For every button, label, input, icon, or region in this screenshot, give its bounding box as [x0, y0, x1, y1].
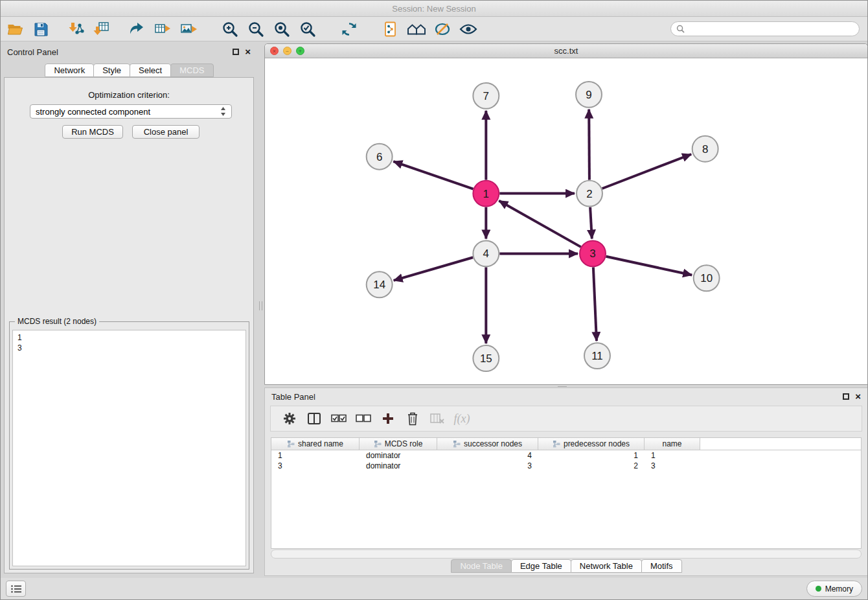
refresh-view-button[interactable] — [336, 19, 362, 40]
graph-edge-4-14[interactable] — [394, 257, 473, 281]
select-all-icon — [331, 414, 347, 423]
table-row[interactable]: 1 dominator 4 1 1 — [271, 450, 861, 461]
plus-icon — [382, 413, 394, 424]
table-row[interactable]: 3 dominator 3 2 3 — [271, 461, 861, 471]
vertical-splitter-handle[interactable] — [259, 301, 262, 310]
import-network-button[interactable] — [63, 19, 89, 40]
graph-edge-3-11[interactable] — [593, 267, 597, 341]
dropdown-spinner-icon — [220, 106, 226, 117]
refresh-icon — [341, 21, 358, 38]
status-bar: Memory — [1, 578, 867, 599]
graph-node-label: 11 — [591, 350, 603, 362]
network-canvas[interactable]: 7968124314101511 — [265, 58, 867, 384]
style-preview-button[interactable] — [429, 19, 455, 40]
open-session-button[interactable] — [2, 19, 28, 40]
export-network-button[interactable] — [124, 19, 150, 40]
run-mcds-button[interactable]: Run MCDS — [62, 125, 123, 139]
minimize-window-button[interactable]: − — [283, 47, 291, 55]
zoom-in-button[interactable] — [217, 19, 243, 40]
column-header-successor-nodes[interactable]: successor nodes — [437, 438, 538, 450]
control-panel-tabs: Network Style Select MCDS — [1, 63, 257, 77]
memory-button[interactable]: Memory — [806, 581, 862, 597]
main-toolbar — [1, 17, 867, 41]
cell-predecessor-nodes[interactable]: 1 — [538, 450, 645, 461]
delete-row-button[interactable] — [400, 408, 425, 429]
cell-successor-nodes[interactable]: 4 — [437, 450, 538, 461]
task-history-button[interactable] — [6, 581, 26, 597]
clone-network-button[interactable] — [378, 19, 404, 40]
network-window-titlebar[interactable]: × − + scc.txt — [265, 44, 867, 58]
zoom-selected-button[interactable] — [295, 19, 321, 40]
cell-name[interactable]: 3 — [645, 461, 700, 471]
graph-node-label: 8 — [702, 143, 708, 156]
tab-edge-table[interactable]: Edge Table — [511, 559, 571, 573]
delete-columns-button[interactable] — [425, 408, 450, 429]
tab-select[interactable]: Select — [130, 63, 171, 77]
column-label: MCDS role — [385, 439, 423, 448]
tab-network[interactable]: Network — [45, 63, 94, 77]
graph-edge-2-3[interactable] — [590, 207, 592, 239]
import-table-icon — [93, 21, 110, 38]
table-panel: Table Panel × — [264, 387, 868, 576]
function-builder-button[interactable]: f(x) — [450, 408, 474, 429]
zoom-in-icon — [222, 21, 238, 38]
column-header-shared-name[interactable]: shared name — [271, 438, 360, 450]
add-row-button[interactable] — [376, 408, 400, 429]
import-table-button[interactable] — [89, 19, 115, 40]
cell-shared-name[interactable]: 3 — [271, 461, 360, 471]
cell-predecessor-nodes[interactable]: 2 — [538, 461, 645, 471]
export-table-button[interactable] — [150, 19, 176, 40]
column-label: predecessor nodes — [564, 439, 630, 448]
cell-shared-name[interactable]: 1 — [271, 450, 360, 461]
column-header-predecessor-nodes[interactable]: predecessor nodes — [538, 438, 645, 450]
split-view-button[interactable] — [302, 408, 326, 429]
criterion-dropdown[interactable]: strongly connected component — [30, 104, 232, 119]
table-horizontal-scrollbar[interactable] — [271, 549, 862, 559]
zoom-out-button[interactable] — [243, 19, 269, 40]
tab-motifs[interactable]: Motifs — [641, 559, 682, 573]
save-floppy-icon — [33, 21, 49, 37]
export-image-button[interactable] — [176, 19, 201, 40]
search-field[interactable] — [670, 21, 860, 36]
cell-successor-nodes[interactable]: 3 — [437, 461, 538, 471]
tab-mcds[interactable]: MCDS — [170, 63, 213, 77]
close-panel-icon[interactable]: × — [245, 49, 251, 55]
graph-node-label: 9 — [586, 89, 591, 101]
graph-node-label: 14 — [373, 279, 385, 291]
cell-mcds-role[interactable]: dominator — [360, 461, 437, 471]
column-label: name — [662, 439, 681, 448]
column-header-mcds-role[interactable]: MCDS role — [360, 438, 437, 450]
tab-network-table[interactable]: Network Table — [571, 559, 642, 573]
close-panel-button[interactable]: Close panel — [132, 125, 200, 139]
save-session-button[interactable] — [28, 19, 54, 40]
graph-edge-3-10[interactable] — [606, 257, 692, 275]
close-table-panel-icon[interactable]: × — [855, 393, 861, 400]
column-header-name[interactable]: name — [645, 438, 700, 450]
select-all-button[interactable] — [326, 408, 351, 429]
memory-status-dot — [816, 586, 821, 592]
graph-node-label: 7 — [483, 90, 489, 102]
network-graph[interactable]: 7968124314101511 — [265, 58, 867, 384]
graph-edge-2-8[interactable] — [602, 154, 692, 189]
float-table-panel-icon[interactable] — [843, 393, 849, 400]
deselect-all-button[interactable] — [351, 408, 376, 429]
tab-style[interactable]: Style — [93, 63, 130, 77]
float-panel-icon[interactable] — [233, 49, 239, 55]
zoom-fit-button[interactable] — [269, 19, 295, 40]
cell-mcds-role[interactable]: dominator — [360, 450, 437, 461]
search-input[interactable] — [688, 24, 854, 34]
cell-name[interactable]: 1 — [645, 450, 700, 461]
close-window-button[interactable]: × — [270, 47, 279, 55]
table-settings-button[interactable] — [277, 408, 302, 429]
graph-edge-3-1[interactable] — [499, 201, 580, 247]
control-panel-header: Control Panel × — [1, 43, 257, 60]
graph-edge-1-6[interactable] — [393, 161, 473, 189]
show-hide-button[interactable] — [455, 19, 481, 40]
ndex-button[interactable] — [404, 19, 429, 40]
tab-node-table[interactable]: Node Table — [451, 559, 512, 573]
window-controls: × − + — [270, 47, 304, 55]
mcds-result-list[interactable]: 1 3 — [12, 330, 246, 566]
maximize-window-button[interactable]: + — [296, 47, 304, 55]
graph-node-label: 6 — [376, 151, 382, 163]
graph-edge-2-9[interactable] — [589, 110, 589, 180]
